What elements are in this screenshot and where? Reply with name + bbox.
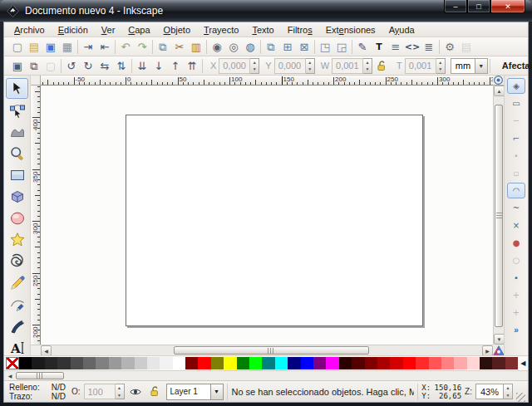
title-bar[interactable]: Documento nuevo 4 - Inkscape – □ ✕ xyxy=(0,0,532,22)
duplicate-button[interactable]: ⧉ xyxy=(263,38,279,55)
zoom-value[interactable]: 43% xyxy=(475,384,504,399)
node-tool-button[interactable] xyxy=(6,100,28,120)
snap-nodes-button[interactable]: ◠ xyxy=(507,183,525,198)
3dbox-tool-button[interactable] xyxy=(6,186,28,207)
palette-swatch[interactable] xyxy=(57,357,70,369)
palette-swatch[interactable] xyxy=(173,357,185,369)
layers-dialog-button[interactable]: ≡ xyxy=(387,38,404,55)
field-x-value[interactable]: 0,000 xyxy=(219,58,250,74)
snap-paths-button[interactable]: ~ xyxy=(507,200,525,216)
flip-horizontal-button[interactable]: ⇆ xyxy=(96,57,113,74)
palette-swatch[interactable] xyxy=(480,357,492,369)
select-all-button[interactable]: ▣ xyxy=(9,57,26,74)
tweak-tool-button[interactable] xyxy=(6,121,28,142)
print-document-button[interactable]: ▦ xyxy=(59,38,76,55)
field-t-spinbox[interactable]: 0,001▲▼ xyxy=(405,58,446,74)
pencil-tool-button[interactable] xyxy=(6,272,28,293)
palette-swatch[interactable] xyxy=(352,357,364,369)
layer-dropdown-arrow[interactable]: ▼ xyxy=(211,384,224,400)
layer-visibility-button[interactable] xyxy=(128,384,144,399)
text-dialog-button[interactable]: T xyxy=(371,38,387,55)
zoom-to-page-button[interactable]: ◍ xyxy=(242,38,259,55)
lock-dimensions-button[interactable] xyxy=(374,58,389,74)
palette-swatch[interactable] xyxy=(275,357,288,369)
menu-filtros[interactable]: Filtros xyxy=(281,24,319,36)
bezier-tool-button[interactable] xyxy=(6,294,28,315)
menu-objeto[interactable]: Objeto xyxy=(157,24,197,36)
lower-button[interactable]: ↓ xyxy=(150,57,167,74)
minimize-button[interactable]: – xyxy=(444,0,467,13)
canvas[interactable] xyxy=(41,86,493,345)
vertical-ruler[interactable]: 400350300250200 xyxy=(31,86,41,345)
palette-swatch[interactable] xyxy=(454,357,466,369)
cut-button[interactable]: ✂ xyxy=(171,38,188,55)
calligraphy-tool-button[interactable] xyxy=(6,316,28,336)
lower-to-bottom-button[interactable]: ⇊ xyxy=(134,57,150,74)
import-bitmap-button[interactable]: ⇥ xyxy=(80,38,96,55)
menu-edicion[interactable]: Edición xyxy=(52,24,95,36)
close-button[interactable]: ✕ xyxy=(490,0,525,13)
save-document-button[interactable]: ▣ xyxy=(42,38,59,55)
snap-bounding-box-button[interactable]: ▭ xyxy=(507,95,525,111)
spinner-arrows[interactable]: ▲▼ xyxy=(306,58,315,74)
opacity-spinbox[interactable]: 100 ▲▼ xyxy=(84,384,125,399)
zoom-tool-button[interactable] xyxy=(6,143,28,164)
palette-swatch[interactable] xyxy=(211,357,224,369)
rectangle-tool-button[interactable] xyxy=(6,164,28,185)
palette-scrollbar[interactable]: ◀ xyxy=(4,370,528,380)
snap-bbox-corners-button[interactable]: ⌐ xyxy=(507,130,525,146)
layer-lock-button[interactable] xyxy=(147,384,163,399)
flip-vertical-button[interactable]: ⇅ xyxy=(113,57,130,74)
palette-swatch[interactable] xyxy=(83,357,96,369)
field-y-spinbox[interactable]: 0,000▲▼ xyxy=(274,58,315,74)
layer-selector[interactable]: Layer 1 ▼ xyxy=(166,384,224,400)
create-clone-button[interactable]: ⊞ xyxy=(279,38,296,55)
palette-swatch[interactable] xyxy=(135,357,147,369)
rotate-ccw-button[interactable]: ↺ xyxy=(63,57,80,74)
unlink-clone-button[interactable]: ⊠ xyxy=(296,38,313,55)
menu-ver[interactable]: Ver xyxy=(95,24,122,36)
preferences-button[interactable]: ⚙ xyxy=(441,38,458,55)
palette-swatch[interactable] xyxy=(19,357,32,369)
palette-scroll-thumb[interactable] xyxy=(16,372,64,379)
palette-swatch[interactable] xyxy=(160,357,172,369)
menu-ayuda[interactable]: Ayuda xyxy=(382,24,421,36)
open-document-button[interactable]: ▤ xyxy=(26,38,42,55)
raise-to-top-button[interactable]: ⇈ xyxy=(184,57,200,74)
palette-swatch[interactable] xyxy=(32,357,44,369)
fill-stroke-indicator[interactable]: Relleno: N/D Trazo: N/D xyxy=(7,383,68,401)
field-w-value[interactable]: 0,001 xyxy=(332,58,363,74)
palette-swatch[interactable] xyxy=(313,357,326,369)
palette-swatch[interactable] xyxy=(262,357,274,369)
horizontal-scrollbar[interactable]: ◀ ▶ xyxy=(41,345,493,355)
palette-swatch[interactable] xyxy=(288,357,300,369)
star-tool-button[interactable] xyxy=(6,229,28,250)
palette-swatch[interactable] xyxy=(147,357,160,369)
ungroup-selection-button[interactable]: ◲ xyxy=(333,38,350,55)
window-resize-grip[interactable] xyxy=(516,393,525,402)
copy-button[interactable]: ⧉ xyxy=(155,38,171,55)
select-all-in-all-layers-button[interactable]: ⧉ xyxy=(26,57,42,74)
align-dialog-button[interactable]: ≣ xyxy=(421,38,437,55)
paste-button[interactable]: ▥ xyxy=(188,38,204,55)
palette-scroll-left-arrow[interactable]: ◀ xyxy=(6,372,14,379)
palette-swatch[interactable] xyxy=(390,357,402,369)
xml-editor-button[interactable]: <> xyxy=(404,38,421,55)
palette-swatch[interactable] xyxy=(224,357,236,369)
palette-swatch[interactable] xyxy=(377,357,390,369)
sticky-zoom-button[interactable] xyxy=(493,75,504,86)
unit-selector[interactable]: mm ▼ xyxy=(451,58,488,74)
raise-button[interactable]: ↑ xyxy=(167,57,184,74)
snap-cusp-nodes-button[interactable]: ● xyxy=(507,235,525,251)
horizontal-ruler[interactable]: -50050100150200250300350 xyxy=(41,76,493,86)
menu-trayecto[interactable]: Trayecto xyxy=(197,24,245,36)
menu-archivo[interactable]: Archivo xyxy=(7,24,52,36)
palette-scroll-right-arrow[interactable]: ◀ xyxy=(518,357,528,369)
field-t-value[interactable]: 0,001 xyxy=(405,58,436,74)
ellipse-tool-button[interactable] xyxy=(6,208,28,228)
horizontal-scroll-track[interactable] xyxy=(52,345,482,355)
vertical-scroll-thumb[interactable] xyxy=(495,105,503,327)
zoom-to-drawing-button[interactable]: ◎ xyxy=(225,38,242,55)
zoom-to-selection-button[interactable]: ◉ xyxy=(209,38,225,55)
palette-swatch[interactable] xyxy=(403,357,416,369)
